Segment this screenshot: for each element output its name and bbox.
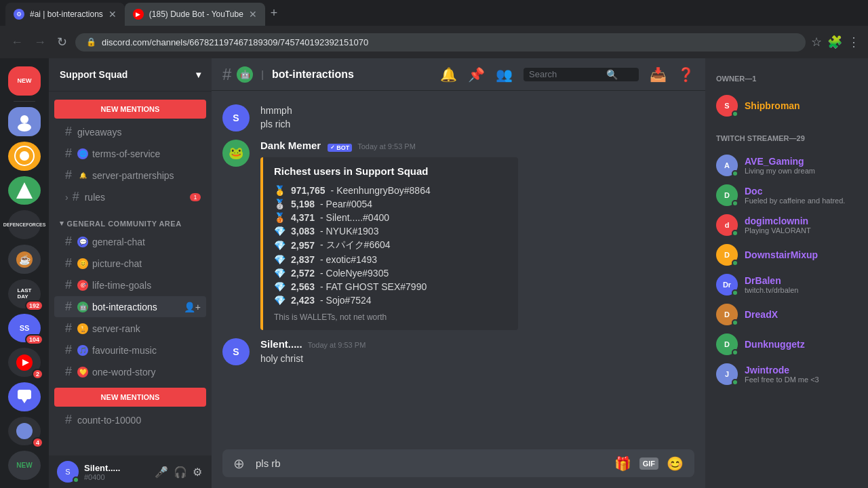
search-input[interactable] [529,69,604,79]
channel-picture-chat[interactable]: # 😊 picture-chat [54,253,206,274]
embed-row-2: 🥈 5,198 - Pear#0054 [274,199,507,209]
member-jwintrode[interactable]: J Jwintrode Feel free to DM me <3 [711,359,863,389]
gift-icon[interactable]: 🎁 [609,450,637,477]
reload-button[interactable]: ↻ [54,32,70,52]
youtube-tab-title: (185) Dude Bot - YouTube [149,9,243,19]
discord-tab-close[interactable]: ✕ [108,9,117,20]
channel-server-rank[interactable]: # 🏆 server-rank [54,318,206,339]
new-tab-button[interactable]: + [265,1,283,26]
target-icon: 🎯 [77,280,88,291]
member-dunknuggetz[interactable]: D Dunknuggetz [711,329,863,359]
member-name: Doc [745,186,857,197]
member-dreadx[interactable]: D DreadX [711,300,863,329]
member-doc[interactable]: D Doc Fueled by caffeine and hatred. [711,180,863,210]
add-attachment-button[interactable]: ⊕ [228,450,250,477]
channel-one-word-story[interactable]: # 💛 one-word-story [54,361,206,382]
settings-icon[interactable]: NEW [8,451,41,480]
chat-input[interactable] [256,449,604,477]
notification-bell-icon[interactable]: 🔔 [440,66,457,83]
general-community-header[interactable]: ▾ GENERAL COMMUNITY AREA [49,208,212,230]
channel-partnerships[interactable]: # 🔔 server-partnerships [54,165,206,186]
search-box[interactable]: 🔍 [524,68,639,81]
server-icon-s9[interactable] [8,382,41,411]
new-mentions-button-bottom[interactable]: NEW MENTIONS [54,388,206,407]
channel-count[interactable]: # count-to-10000 [54,409,206,430]
channel-favourite-music[interactable]: # 🎵 favourite-music [54,340,206,361]
channel-header-icon: 🤖 [237,66,253,83]
forward-button[interactable]: → [31,33,49,52]
message-group: S hmmph pls rich [212,102,705,134]
channel-life-goals[interactable]: # 🎯 life-time-goals [54,274,206,296]
settings-button[interactable]: ⚙ [191,464,203,480]
channel-giveaways[interactable]: # giveaways [54,121,206,142]
svg-text:☕: ☕ [19,254,31,266]
server-icon-s2[interactable] [8,142,41,171]
server-icon-s3[interactable] [8,176,41,205]
twitch-section-header: TWITCH STREAMER—29 [711,129,863,148]
channel-general-chat[interactable]: # 💬 general-chat [54,231,206,252]
address-bar[interactable]: 🔒 discord.com/channels/66782119746718930… [75,33,806,52]
rank-2-amount: 5,198 [291,199,315,209]
youtube-tab[interactable]: ▶ (185) Dude Bot - YouTube ✕ [125,3,265,26]
member-info: Shipbroman [745,100,857,111]
channel-terms[interactable]: # 🌐 terms-of-service [54,143,206,164]
back-button[interactable]: ← [8,33,26,52]
server-icon-new2[interactable]: 4 [8,417,41,446]
server-icon-coffee[interactable]: ☕ [8,245,41,274]
gif-button[interactable]: GIF [639,458,658,470]
message-text: hmmph [260,104,694,118]
pin-icon[interactable]: 📌 [468,66,485,83]
channel-rules[interactable]: › # rules 1 [54,186,206,207]
inbox-icon[interactable]: 📥 [650,66,667,83]
server-name: Support Squad [60,69,127,80]
member-status: Living my own dream [745,167,857,175]
header-separator: | [261,69,264,80]
member-shipbroman[interactable]: S Shipbroman [711,91,863,121]
embed-row-8: 💎 2,563 - FAT GHOST SEX#7990 [274,281,507,292]
embed-row-5: 💎 2,957 - スパイク#6604 [274,239,507,251]
bookmark-icon[interactable]: ☆ [811,35,822,49]
menu-icon[interactable]: ⋮ [848,35,860,49]
member-info: Doc Fueled by caffeine and hatred. [745,186,857,205]
discord-tab[interactable]: ⚙ #ai | bot-interactions ✕ [5,3,125,26]
extension-icon[interactable]: 🧩 [827,35,842,49]
member-dogimclownin[interactable]: d dogimclownin Playing VALORANT [711,210,863,240]
channel-bot-interactions[interactable]: # 🤖 bot-interactions 👤+ [54,296,206,317]
member-ave-gaming[interactable]: A AVE_Gaming Living my own dream [711,150,863,180]
svg-point-1 [18,123,31,131]
server-icon-newtubers[interactable]: 2 [8,348,41,377]
server-icon-defence[interactable]: DEFENCE FORCES [8,210,41,239]
shipbroman-avatar: S [716,95,738,117]
server-icon-lastday[interactable]: LASTDAY 192 [8,279,41,308]
deafen-button[interactable]: 🎧 [172,464,189,480]
server-header[interactable]: Support Squad ▾ [49,58,212,92]
ave-gaming-avatar: A [716,155,738,176]
help-icon[interactable]: ❓ [677,66,694,83]
member-drbalen[interactable]: Dr DrBalen twitch.tv/drbalen [711,270,863,300]
rank-6-icon: 💎 [274,254,285,265]
online-dot [732,230,738,237]
server-icon-ss[interactable]: SS 104 [8,314,41,343]
rules-badge: 1 [190,193,201,201]
emoji-button[interactable]: 😊 [661,450,689,477]
search-icon: 🔍 [606,69,618,80]
new-mentions-button-top[interactable]: NEW MENTIONS [54,100,206,119]
member-downstairmixup[interactable]: D DownstairMixup [711,240,863,270]
youtube-tab-close[interactable]: ✕ [249,9,257,20]
timestamp: Today at 9:53 PM [308,341,366,349]
server-icon-support-squad[interactable] [8,107,41,136]
message-text: holy christ [260,352,694,366]
member-name: DownstairMixup [745,249,857,260]
rank-2-user: - Pear#0054 [320,199,372,209]
rank-1-icon: 🥇 [274,185,285,196]
add-user-icon[interactable]: 👤+ [184,302,201,312]
sidebar-content: NEW MENTIONS # giveaways # 🌐 terms-of-se… [49,92,212,455]
heart-icon: 💛 [77,367,88,378]
mute-button[interactable]: 🎤 [153,464,170,480]
ss-badge: 104 [25,334,43,345]
channel-name: server-partnerships [92,170,174,181]
chat-header: # 🤖 | bot-interactions 🔔 📌 👥 🔍 📥 ❓ [212,58,705,91]
status-dot [73,476,79,483]
server-icon-new[interactable]: NEW [8,66,41,96]
members-icon[interactable]: 👥 [496,66,513,83]
